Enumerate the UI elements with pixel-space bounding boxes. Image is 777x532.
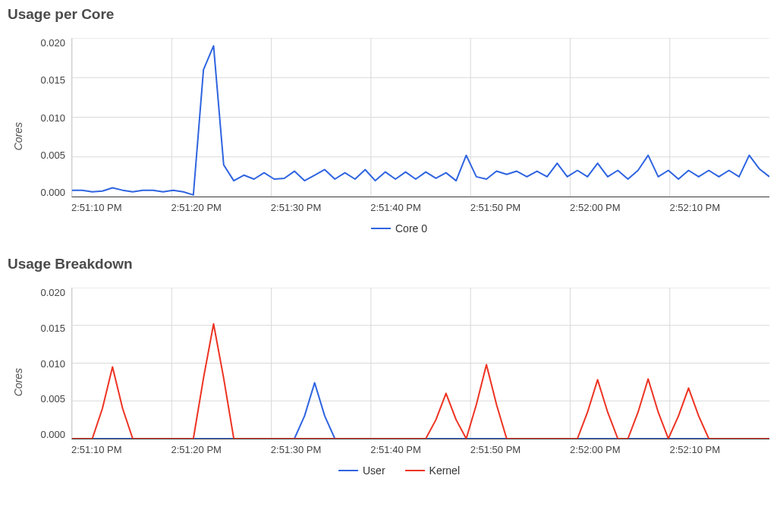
x-tick: 2:51:30 PM	[271, 202, 370, 213]
x-tick: 2:52:10 PM	[670, 444, 769, 455]
x-tick: 2:51:10 PM	[71, 202, 171, 213]
x-axis-ticks: 2:51:10 PM 2:51:20 PM 2:51:30 PM 2:51:40…	[29, 444, 769, 455]
y-tick: 0.015	[40, 75, 65, 85]
legend-item: Core 0	[371, 222, 427, 235]
y-tick: 0.005	[40, 150, 65, 160]
usage-breakdown-chart: Usage Breakdown Cores 0.020 0.015 0.010 …	[8, 256, 769, 477]
y-tick: 0.015	[40, 323, 65, 333]
chart-legend: Core 0	[29, 222, 769, 235]
legend-swatch	[338, 470, 358, 471]
y-axis-ticks: 0.020 0.015 0.010 0.005 0.000	[29, 288, 71, 439]
chart-title: Usage Breakdown	[8, 256, 769, 272]
legend-label: Kernel	[429, 464, 460, 477]
y-axis-label: Cores	[12, 368, 24, 396]
legend-item: User	[338, 464, 385, 477]
y-tick: 0.020	[40, 38, 65, 48]
chart-legend: User Kernel	[29, 464, 769, 477]
y-tick: 0.000	[40, 187, 65, 197]
y-axis-label: Cores	[12, 122, 24, 150]
plot-area	[71, 38, 769, 197]
legend-swatch	[405, 470, 425, 471]
x-tick: 2:51:40 PM	[370, 444, 470, 455]
x-tick: 2:51:50 PM	[470, 444, 570, 455]
y-tick: 0.020	[40, 288, 65, 297]
legend-item: Kernel	[405, 464, 460, 477]
legend-label: User	[363, 464, 385, 477]
plot-area	[71, 288, 769, 439]
y-tick: 0.010	[40, 113, 65, 123]
legend-label: Core 0	[395, 222, 427, 235]
y-tick: 0.005	[40, 394, 65, 404]
y-axis-label-col: Cores	[8, 288, 29, 477]
x-tick: 2:51:30 PM	[271, 444, 370, 455]
usage-per-core-chart: Usage per Core Cores 0.020 0.015 0.010 0…	[8, 6, 769, 235]
x-tick: 2:51:50 PM	[470, 202, 570, 213]
y-tick: 0.000	[40, 430, 65, 439]
x-tick: 2:52:10 PM	[670, 202, 769, 213]
y-axis-label-col: Cores	[8, 38, 29, 235]
x-tick: 2:51:10 PM	[71, 444, 171, 455]
y-tick: 0.010	[40, 359, 65, 369]
chart-title: Usage per Core	[8, 6, 769, 23]
x-tick: 2:51:40 PM	[370, 202, 470, 213]
x-tick: 2:51:20 PM	[171, 444, 270, 455]
x-tick: 2:52:00 PM	[570, 444, 669, 455]
x-tick: 2:51:20 PM	[171, 202, 270, 213]
x-tick: 2:52:00 PM	[570, 202, 669, 213]
y-axis-ticks: 0.020 0.015 0.010 0.005 0.000	[29, 38, 71, 197]
legend-swatch	[371, 228, 391, 229]
x-axis-ticks: 2:51:10 PM 2:51:20 PM 2:51:30 PM 2:51:40…	[29, 202, 769, 213]
